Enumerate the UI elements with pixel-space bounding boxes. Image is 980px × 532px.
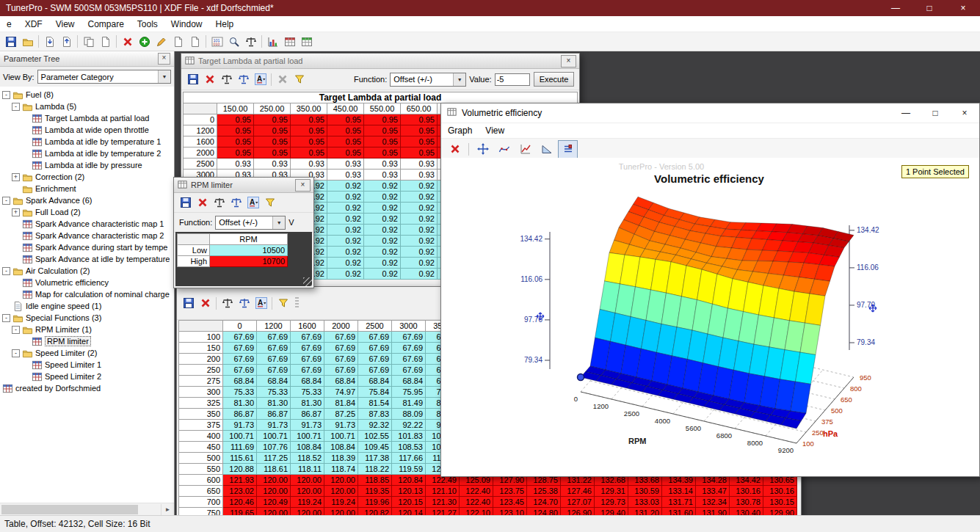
- x-red-icon[interactable]: [119, 34, 136, 50]
- funnel-icon[interactable]: [275, 295, 291, 311]
- table-cell[interactable]: 0.92: [401, 269, 438, 280]
- table-cell[interactable]: 74.97: [324, 387, 358, 398]
- table-cell[interactable]: 117.38: [358, 453, 392, 464]
- table-cell[interactable]: 92.22: [392, 420, 426, 431]
- table-cell[interactable]: 0.92: [327, 225, 364, 236]
- table-cell[interactable]: 0.95: [401, 125, 438, 136]
- table-cell[interactable]: 75.95: [392, 387, 426, 398]
- x-gray-icon[interactable]: [274, 71, 291, 87]
- table-cell[interactable]: 81.30: [257, 398, 291, 409]
- table-cell[interactable]: 81.30: [223, 398, 257, 409]
- table-cell[interactable]: 119.35: [358, 486, 392, 497]
- table-cell[interactable]: 0.92: [327, 247, 364, 258]
- table-cell[interactable]: 67.69: [223, 354, 257, 365]
- table-cell[interactable]: 0.93: [364, 170, 401, 181]
- table-cell[interactable]: 0.95: [401, 147, 438, 158]
- table-cell[interactable]: 67.69: [392, 332, 426, 343]
- toolbar-grip[interactable]: [295, 297, 299, 309]
- table-cell[interactable]: 123.02: [223, 486, 257, 497]
- table-cell[interactable]: 100.71: [324, 431, 358, 442]
- table-cell[interactable]: 87.83: [358, 409, 392, 420]
- table-cell[interactable]: 129.31: [595, 486, 628, 497]
- a-drop-icon[interactable]: A: [253, 295, 269, 311]
- scales-dark-icon[interactable]: [219, 295, 236, 311]
- expand-icon[interactable]: +: [12, 208, 20, 216]
- table-cell[interactable]: 75.33: [257, 387, 291, 398]
- tree-item-idle-engine-speed-1-[interactable]: Idle engine speed (1): [0, 300, 174, 312]
- tree-item-lambda-at-idle-by-temperature-2[interactable]: Lambda at idle by temperature 2: [0, 147, 174, 159]
- table-cell[interactable]: 100.71: [223, 431, 257, 442]
- tree-item-created-by-dorfschmied[interactable]: created by Dorfschmied: [0, 382, 174, 394]
- table-cell[interactable]: 67.69: [223, 365, 257, 376]
- table-cell[interactable]: 0.95: [401, 114, 438, 125]
- folder-icon[interactable]: [19, 34, 36, 50]
- table-cell[interactable]: 67.69: [257, 332, 291, 343]
- panel-close-button[interactable]: ×: [158, 53, 170, 65]
- table-cell[interactable]: 0.95: [327, 125, 364, 136]
- table-cell[interactable]: 0.92: [364, 225, 401, 236]
- table-cell[interactable]: 91.73: [324, 420, 358, 431]
- table-cell[interactable]: 119.24: [291, 497, 324, 508]
- table-cell[interactable]: 86.87: [257, 409, 291, 420]
- table-cell[interactable]: 0.93: [401, 170, 438, 181]
- table-cell[interactable]: 81.84: [324, 398, 358, 409]
- table-cell[interactable]: 120.00: [291, 475, 324, 486]
- table-cell[interactable]: 67.69: [291, 332, 324, 343]
- table-cell[interactable]: 120.88: [223, 464, 257, 475]
- table-cell[interactable]: 0.92: [401, 203, 438, 214]
- table-cell[interactable]: 109.45: [358, 442, 392, 453]
- table-cell[interactable]: 120.84: [392, 475, 426, 486]
- table-cell[interactable]: 0.92: [327, 269, 364, 280]
- table-cell[interactable]: 91.73: [257, 420, 291, 431]
- table-cell[interactable]: 0.95: [401, 136, 438, 147]
- scales-dark-icon[interactable]: [242, 34, 259, 50]
- menu-item-tools[interactable]: Tools: [131, 18, 164, 31]
- a-drop-icon[interactable]: A: [244, 194, 261, 211]
- table-cell[interactable]: 0.92: [401, 225, 438, 236]
- tree-item-spark-advance-during-start-by-tempe[interactable]: Spark Advance during start by tempe: [0, 241, 174, 253]
- table-cell[interactable]: 0.93: [401, 158, 438, 170]
- lambda-close-button[interactable]: ×: [561, 55, 576, 68]
- table-cell[interactable]: 0.95: [327, 147, 364, 158]
- table-cell[interactable]: 0.93: [291, 158, 327, 170]
- table-cell[interactable]: 67.69: [324, 365, 358, 376]
- table-cell[interactable]: 130.59: [628, 486, 662, 497]
- table-cell[interactable]: 67.69: [324, 343, 358, 354]
- menu-item-window[interactable]: Window: [164, 18, 209, 31]
- plus-green-icon[interactable]: [136, 34, 153, 50]
- table-cell[interactable]: 0.95: [291, 125, 327, 136]
- table-cell[interactable]: 120.00: [324, 475, 358, 486]
- table-cell[interactable]: 100.71: [291, 431, 324, 442]
- x-red-icon[interactable]: [201, 71, 218, 87]
- table-cell[interactable]: 81.49: [392, 398, 426, 409]
- magnifier-icon[interactable]: [225, 34, 242, 50]
- rpm-close-button[interactable]: ×: [295, 179, 311, 192]
- table-cell[interactable]: 0.92: [327, 192, 364, 203]
- table-cell[interactable]: 122.40: [460, 497, 493, 508]
- table-cell[interactable]: 67.69: [324, 332, 358, 343]
- table-cell[interactable]: 108.53: [392, 442, 426, 453]
- tree-item-air-calculation-2-[interactable]: -Air Calculation (2): [0, 265, 174, 277]
- table-cell[interactable]: 108.84: [324, 442, 358, 453]
- table-cell[interactable]: 118.22: [358, 464, 392, 475]
- table-cell[interactable]: 118.52: [291, 453, 324, 464]
- scroll-right-button[interactable]: ►: [161, 504, 174, 515]
- table-cell[interactable]: 67.69: [291, 343, 324, 354]
- tree-item-rpm-limiter[interactable]: RPM limiter: [0, 335, 174, 347]
- table-cell[interactable]: 131.71: [662, 497, 696, 508]
- table-cell[interactable]: 0.92: [364, 192, 401, 203]
- table-cell[interactable]: 133.03: [628, 497, 662, 508]
- table-cell[interactable]: 0.95: [327, 136, 364, 147]
- menu-item-view[interactable]: View: [49, 18, 81, 31]
- table-cell[interactable]: 0.95: [254, 136, 291, 147]
- table-cell[interactable]: 129.73: [595, 497, 628, 508]
- save-icon[interactable]: [184, 71, 201, 87]
- funnel-icon[interactable]: [261, 194, 278, 211]
- table-cell[interactable]: 120.15: [392, 497, 426, 508]
- scales-blue-icon[interactable]: [228, 194, 244, 211]
- table-cell[interactable]: 121.93: [223, 475, 257, 486]
- tree-item-volumetric-efficiency[interactable]: Volumetric efficiency: [0, 277, 174, 288]
- table-cell[interactable]: 67.69: [257, 365, 291, 376]
- execute-button[interactable]: Execute: [534, 72, 575, 87]
- table-cell[interactable]: 0.92: [327, 214, 364, 225]
